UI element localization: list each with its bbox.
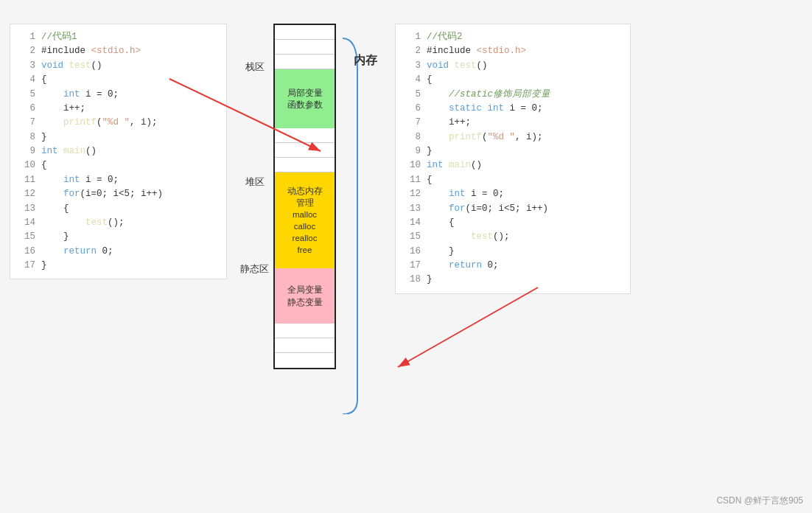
- code-line: 14 {: [403, 216, 623, 230]
- line-content: int i = 0;: [41, 88, 119, 102]
- token: [427, 231, 471, 242]
- line-content: {: [427, 216, 455, 230]
- line-number: 4: [18, 73, 35, 87]
- token: [41, 189, 63, 199]
- memory-grid: 局部变量 函数参数 动态内存 管理 malloc calloc realloc …: [273, 24, 336, 369]
- mem-section-heap: 动态内存 管理 malloc calloc realloc free: [275, 172, 335, 268]
- line-number: 16: [18, 245, 35, 259]
- token: i++;: [63, 103, 85, 114]
- line-content: //static修饰局部变量: [427, 88, 550, 102]
- token: [427, 117, 449, 128]
- line-number: 6: [18, 102, 35, 116]
- token: [41, 203, 63, 214]
- line-number: 15: [18, 230, 35, 244]
- token: [427, 132, 449, 142]
- line-content: return 0;: [427, 259, 499, 273]
- code-line: 11{: [403, 173, 623, 187]
- line-content: int main(): [41, 144, 97, 158]
- line-number: 8: [18, 130, 35, 144]
- area-labels: 栈区 堆区 静态区: [240, 24, 269, 276]
- code-line: 15 }: [18, 230, 219, 244]
- code-line: 9}: [403, 144, 623, 158]
- token: (i=0; i<5; i++): [466, 203, 549, 214]
- line-number: 6: [403, 102, 421, 116]
- line-number: 9: [403, 144, 421, 158]
- token: i = 0;: [466, 189, 505, 199]
- line-number: 14: [18, 216, 35, 230]
- token: [41, 231, 63, 242]
- token: i = 0;: [80, 175, 119, 185]
- token: [58, 146, 64, 156]
- line-number: 1: [18, 30, 35, 44]
- code-line: 6 i++;: [18, 102, 219, 116]
- line-content: {: [41, 158, 47, 172]
- line-number: 13: [403, 202, 421, 216]
- code-line: 15 test();: [403, 230, 623, 244]
- code-line: 11 int i = 0;: [18, 173, 219, 187]
- token: ();: [493, 231, 510, 242]
- token: [427, 189, 449, 199]
- line-number: 14: [403, 216, 421, 230]
- token: <stdio.h>: [477, 46, 527, 56]
- token: for: [63, 189, 80, 199]
- memory-brace: [339, 24, 361, 414]
- token: (): [477, 60, 488, 71]
- mem-row-bottom-3: [275, 353, 335, 368]
- token: [427, 203, 449, 214]
- mem-row-empty-3: [275, 55, 335, 69]
- code-line: 17 return 0;: [403, 259, 623, 273]
- token: }: [427, 274, 433, 285]
- token: #include: [41, 46, 91, 56]
- line-number: 5: [403, 88, 421, 102]
- token: printf: [449, 132, 482, 142]
- mem-row-bottom-2: [275, 338, 335, 353]
- stack-label: 栈区: [240, 60, 269, 74]
- token: for: [449, 203, 466, 214]
- line-number: 3: [18, 59, 35, 73]
- token: {: [427, 74, 433, 85]
- line-number: 12: [18, 187, 35, 201]
- token: [427, 246, 449, 256]
- line-content: {: [427, 73, 433, 87]
- line-content: for(i=0; i<5; i++): [41, 187, 163, 201]
- token: [41, 217, 85, 228]
- token: ();: [108, 217, 125, 228]
- mem-row-mid-2: [275, 143, 335, 158]
- line-number: 10: [403, 158, 421, 172]
- line-content: test();: [41, 216, 125, 230]
- line-number: 18: [403, 273, 421, 287]
- token: int: [427, 160, 444, 170]
- line-number: 10: [18, 158, 35, 172]
- line-content: //代码1: [41, 30, 77, 44]
- line-content: {: [427, 173, 433, 187]
- line-number: 11: [403, 173, 421, 187]
- token: [41, 89, 63, 100]
- code-line: 3void test(): [403, 59, 623, 73]
- token: {: [427, 175, 433, 185]
- token: static: [449, 103, 482, 114]
- layout: 1//代码12#include <stdio.h>3void test()4{5…: [4, 7, 808, 506]
- token: {: [41, 74, 47, 85]
- line-content: static int i = 0;: [427, 102, 543, 116]
- line-number: 2: [403, 44, 421, 58]
- token: test: [455, 60, 477, 71]
- line-content: int main(): [427, 158, 482, 172]
- line-content: printf("%d ", i);: [41, 116, 158, 130]
- token: "%d ": [102, 117, 130, 128]
- code-line: 7 printf("%d ", i);: [18, 116, 219, 130]
- watermark: CSDN @鲜于言悠905: [716, 495, 803, 507]
- token: i++;: [449, 117, 471, 128]
- line-number: 7: [403, 116, 421, 130]
- token: void: [41, 60, 69, 71]
- mem-row-mid-1: [275, 128, 335, 143]
- token: int: [63, 175, 80, 185]
- code-line: 12 int i = 0;: [403, 187, 623, 201]
- token: int: [41, 146, 58, 156]
- mem-section-stack: 局部变量 函数参数: [275, 69, 335, 128]
- token: 0;: [482, 260, 499, 271]
- token: return: [449, 260, 482, 271]
- line-number: 5: [18, 88, 35, 102]
- token: printf: [63, 117, 97, 128]
- memory-label: 内存: [354, 53, 377, 69]
- code-line: 4{: [18, 73, 219, 87]
